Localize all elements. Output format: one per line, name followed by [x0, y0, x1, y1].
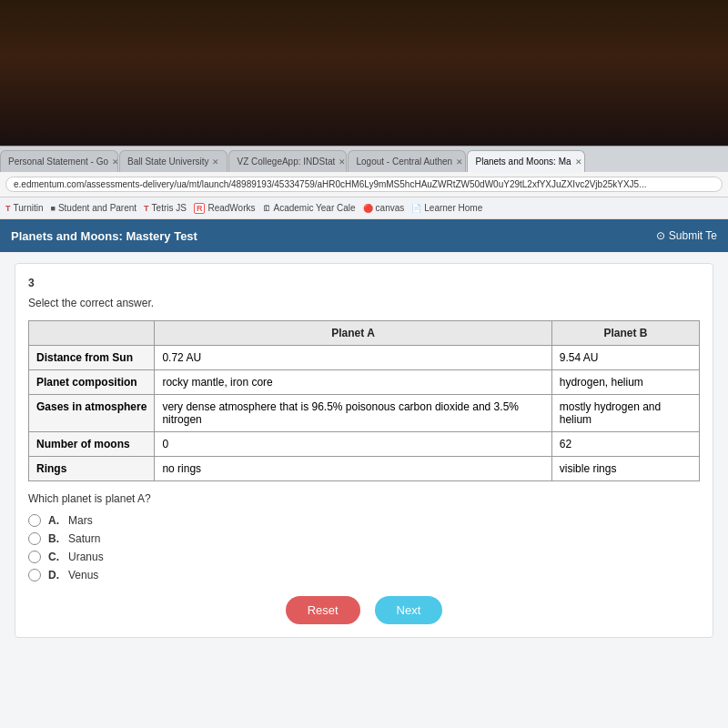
option-label-c: C.	[48, 551, 61, 563]
option-label-a: A.	[48, 514, 61, 527]
bookmark-turnitin[interactable]: T Turnitin	[5, 203, 43, 213]
row-label-rings: Rings	[29, 457, 155, 481]
tab-vz[interactable]: VZ CollegeApp: INDStat ✕	[228, 150, 347, 172]
submit-icon: ⊙	[656, 229, 665, 242]
option-d[interactable]: D. Venus	[28, 569, 700, 581]
radio-d[interactable]	[28, 569, 41, 581]
table-header-planet-b: Planet B	[551, 321, 699, 346]
question-card: 3 Select the correct answer. Planet A Pl…	[15, 263, 713, 638]
table-row: Number of moons 0 62	[29, 432, 700, 457]
tab-label: Personal Statement - Go	[8, 157, 108, 167]
url-input[interactable]: e.edmentum.com/assessments-delivery/ua/m…	[5, 177, 723, 192]
submit-button[interactable]: ⊙ Submit Te	[656, 229, 717, 242]
cell-distance-b: 9.54 AU	[551, 346, 699, 370]
bookmark-student[interactable]: ■ Student and Parent	[50, 203, 136, 213]
bookmarks-bar: T Turnitin ■ Student and Parent T Tetris…	[0, 197, 728, 219]
cell-composition-a: rocky mantle, iron core	[155, 370, 551, 395]
next-button[interactable]: Next	[375, 596, 443, 624]
tab-ball-state[interactable]: Ball State University ✕	[119, 150, 228, 172]
option-b[interactable]: B. Saturn	[28, 532, 700, 545]
cell-gases-b: mostly hydrogen and helium	[551, 395, 699, 432]
comparison-table: Planet A Planet B Distance from Sun 0.72…	[28, 320, 700, 481]
tab-close-icon[interactable]: ✕	[575, 157, 582, 167]
table-header-planet-a: Planet A	[155, 321, 551, 346]
question-number: 3	[28, 277, 700, 289]
tab-planets[interactable]: Planets and Moons: Ma ✕	[467, 150, 585, 172]
bookmark-academic[interactable]: 🗓 Academic Year Cale	[263, 203, 356, 213]
option-text-c: Uranus	[68, 551, 104, 563]
tab-close-icon[interactable]: ✕	[112, 157, 118, 167]
browser-chrome: Personal Statement - Go ✕ Ball State Uni…	[0, 146, 728, 728]
option-label-b: B.	[48, 532, 61, 545]
app-title: Planets and Moons: Mastery Test	[11, 229, 197, 243]
question-text: Which planet is planet A?	[28, 492, 700, 505]
option-text-d: Venus	[68, 569, 98, 581]
cell-gases-a: very dense atmosphere that is 96.5% pois…	[155, 395, 551, 432]
cell-moons-b: 62	[551, 432, 699, 457]
tab-close-icon[interactable]: ✕	[456, 157, 463, 167]
radio-a[interactable]	[28, 514, 41, 527]
cell-rings-a: no rings	[155, 457, 551, 481]
cell-composition-b: hydrogen, helium	[551, 370, 699, 395]
cell-distance-a: 0.72 AU	[155, 346, 551, 370]
tab-label: VZ CollegeApp: INDStat	[237, 157, 335, 167]
bookmark-canvas[interactable]: 🔴 canvas	[363, 203, 405, 213]
button-row: Reset Next	[28, 596, 700, 624]
table-row: Rings no rings visible rings	[29, 457, 700, 481]
instruction-text: Select the correct answer.	[28, 297, 700, 309]
reset-button[interactable]: Reset	[286, 596, 360, 624]
cell-rings-b: visible rings	[551, 457, 699, 481]
answer-options: A. Mars B. Saturn C. Uranus D. Venus	[28, 514, 700, 581]
option-label-d: D.	[48, 569, 61, 581]
tab-logout[interactable]: Logout - Central Authen ✕	[348, 150, 466, 172]
option-c[interactable]: C. Uranus	[28, 551, 700, 563]
row-label-moons: Number of moons	[29, 432, 155, 457]
table-row: Planet composition rocky mantle, iron co…	[29, 370, 700, 395]
tab-label: Planets and Moons: Ma	[475, 157, 571, 167]
table-row: Gases in atmosphere very dense atmospher…	[29, 395, 700, 432]
radio-c[interactable]	[28, 551, 41, 563]
bookmark-readworks[interactable]: R ReadWorks	[194, 203, 256, 214]
bookmark-tetris[interactable]: T Tetris JS	[144, 203, 187, 213]
app-header: Planets and Moons: Mastery Test ⊙ Submit…	[0, 219, 728, 252]
table-header-empty	[29, 321, 155, 346]
tab-personal-statement[interactable]: Personal Statement - Go ✕	[0, 150, 118, 172]
tab-label: Ball State University	[127, 157, 208, 167]
option-text-a: Mars	[68, 514, 93, 527]
main-content: 3 Select the correct answer. Planet A Pl…	[0, 252, 728, 728]
tab-label: Logout - Central Authen	[356, 157, 452, 167]
monitor-bezel	[0, 0, 728, 146]
tab-close-icon[interactable]: ✕	[339, 157, 346, 167]
row-label-gases: Gases in atmosphere	[29, 395, 155, 432]
cell-moons-a: 0	[155, 432, 551, 457]
address-bar: e.edmentum.com/assessments-delivery/ua/m…	[0, 172, 728, 197]
table-row: Distance from Sun 0.72 AU 9.54 AU	[29, 346, 700, 370]
option-text-b: Saturn	[68, 532, 100, 545]
tab-bar: Personal Statement - Go ✕ Ball State Uni…	[0, 147, 728, 172]
row-label-distance: Distance from Sun	[29, 346, 155, 370]
bookmark-learner[interactable]: 📄 Learner Home	[411, 203, 482, 213]
option-a[interactable]: A. Mars	[28, 514, 700, 527]
radio-b[interactable]	[28, 532, 41, 545]
tab-close-icon[interactable]: ✕	[212, 157, 219, 167]
row-label-composition: Planet composition	[29, 370, 155, 395]
